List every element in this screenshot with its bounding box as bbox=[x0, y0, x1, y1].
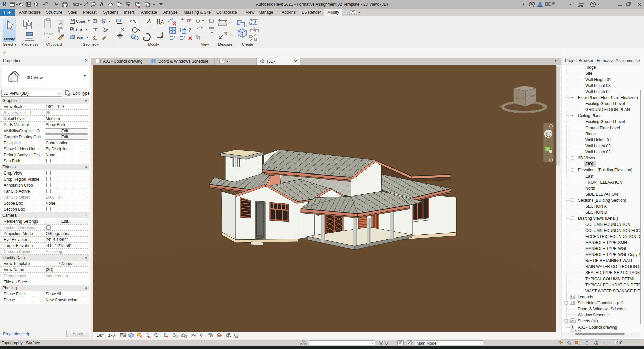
svg-text:ECCENTRIC FOUNDATION DET/: ECCENTRIC FOUNDATION DET/ bbox=[585, 234, 644, 239]
svg-text:MANHOLE TYPE SMH: MANHOLE TYPE SMH bbox=[585, 240, 627, 245]
svg-text:TYPICAL FOUNDATION DETAI: TYPICAL FOUNDATION DETAI bbox=[585, 283, 642, 287]
svg-text:A01 - Council drawing: A01 - Council drawing bbox=[578, 325, 617, 330]
svg-text:Site: Site bbox=[585, 71, 592, 76]
svg-text:Join: Join bbox=[76, 36, 83, 40]
svg-text:SIDE ELEVATION: SIDE ELEVATION bbox=[585, 192, 618, 197]
svg-text:Ceiling Plans: Ceiling Plans bbox=[578, 113, 601, 118]
svg-text:GROUND FLOOR PLAN: GROUND FLOOR PLAN bbox=[585, 107, 630, 112]
svg-text:Window Schedule: Window Schedule bbox=[578, 313, 610, 317]
svg-text::0: :0 bbox=[384, 341, 388, 346]
svg-text::0: :0 bbox=[619, 341, 622, 345]
svg-text:R/F OF RETAINING WALL: R/F OF RETAINING WALL bbox=[585, 258, 633, 263]
svg-text:Exsiting Ground Level: Exsiting Ground Level bbox=[585, 119, 625, 124]
svg-text:Ridge: Ridge bbox=[585, 132, 596, 136]
svg-text:Wall height 03: Wall height 03 bbox=[585, 144, 611, 148]
svg-text:SECTION B: SECTION B bbox=[585, 210, 607, 215]
svg-text:Wall heigth 02: Wall heigth 02 bbox=[585, 150, 611, 154]
svg-text:Drafting Views (Detail): Drafting Views (Detail) bbox=[578, 216, 618, 221]
svg-text:Ridge: Ridge bbox=[585, 65, 596, 70]
svg-text:Ground Floor Level: Ground Floor Level bbox=[585, 126, 620, 130]
svg-text:COLUMN FOUNDATION: COLUMN FOUNDATION bbox=[585, 222, 630, 227]
svg-text:RAIN WATER COLLECTION PIT: RAIN WATER COLLECTION PIT bbox=[585, 264, 644, 269]
svg-text:Floor Plans (Floor Plan FInali: Floor Plans (Floor Plan FInalized) bbox=[578, 95, 638, 100]
svg-text:Wall height 03: Wall height 03 bbox=[585, 83, 611, 88]
svg-text:WAST WATER SOAKAGE PIT: WAST WATER SOAKAGE PIT bbox=[585, 289, 640, 293]
svg-text:SEALED TYPE SEPTIC TANK: SEALED TYPE SEPTIC TANK bbox=[585, 270, 640, 275]
svg-text:Sheets (all): Sheets (all) bbox=[578, 319, 598, 323]
svg-text:Sections (Building Section): Sections (Building Section) bbox=[578, 198, 626, 203]
svg-text:Paste: Paste bbox=[44, 32, 53, 36]
svg-text:MANHOLE TYPE WGL Copy 1: MANHOLE TYPE WGL Copy 1 bbox=[585, 252, 641, 257]
svg-text:Elevations (Building Elevation: Elevations (Building Elevation) bbox=[578, 168, 632, 172]
svg-text:COLUMN FOUNDATION ECCEN: COLUMN FOUNDATION ECCEN bbox=[585, 228, 644, 233]
svg-text:FRONT ELEVATION: FRONT ELEVATION bbox=[585, 180, 622, 185]
svg-text:?: ? bbox=[592, 2, 594, 6]
svg-text:Exsiting Ground Level: Exsiting Ground Level bbox=[585, 101, 625, 106]
svg-text:Legends: Legends bbox=[578, 295, 593, 299]
svg-text:{3D}: {3D} bbox=[585, 162, 594, 166]
svg-text:East: East bbox=[585, 174, 594, 179]
svg-text:Cut: Cut bbox=[76, 28, 82, 32]
svg-text:Wall Height 01: Wall Height 01 bbox=[585, 77, 611, 82]
svg-text:North: North bbox=[585, 186, 595, 191]
svg-text:Wall heigth 02: Wall heigth 02 bbox=[585, 89, 611, 94]
svg-text:Wall Height 01: Wall Height 01 bbox=[585, 138, 611, 142]
svg-text:Cope: Cope bbox=[76, 19, 85, 23]
svg-text:3D Views: 3D Views bbox=[578, 156, 595, 160]
svg-text:LEFT: LEFT bbox=[515, 96, 524, 100]
svg-text:Doors & Windows Schedule: Doors & Windows Schedule bbox=[578, 307, 628, 311]
svg-text:TYPICAL COLUMN DETAIL: TYPICAL COLUMN DETAIL bbox=[585, 277, 636, 281]
svg-text:SECTION A: SECTION A bbox=[585, 204, 607, 209]
svg-text:MANHOLE TYPE WGL: MANHOLE TYPE WGL bbox=[585, 246, 627, 251]
svg-text:Schedules/Quantities (all): Schedules/Quantities (all) bbox=[578, 301, 624, 305]
